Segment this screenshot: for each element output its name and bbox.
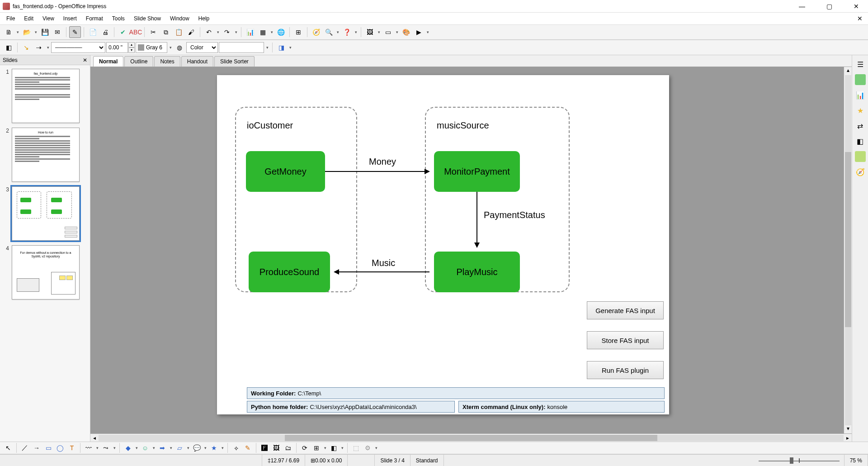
box-getmoney[interactable]: GetMoney xyxy=(246,151,325,192)
box-playmusic[interactable]: PlayMusic xyxy=(434,252,520,292)
area-color-select[interactable] xyxy=(219,42,264,53)
text-icon[interactable]: T xyxy=(66,442,77,453)
glue-icon[interactable]: ✎ xyxy=(242,442,253,453)
menu-slideshow[interactable]: Slide Show xyxy=(129,14,165,23)
master-pages-icon[interactable]: 📊 xyxy=(855,90,866,100)
email-icon[interactable]: ✉ xyxy=(52,26,63,38)
points-icon[interactable]: ⟡ xyxy=(231,442,241,453)
ellipse-icon[interactable]: ◯ xyxy=(55,442,66,453)
menu-format[interactable]: Format xyxy=(81,14,108,23)
tab-normal[interactable]: Normal xyxy=(93,56,123,67)
slide-transition-icon[interactable]: ⇄ xyxy=(855,120,866,131)
tab-notes[interactable]: Notes xyxy=(154,56,180,67)
area-icon[interactable]: ◍ xyxy=(174,42,185,53)
redo-icon[interactable]: ↷ xyxy=(221,26,233,38)
hyperlink-icon[interactable]: 🌐 xyxy=(275,26,287,38)
slide-thumb-1[interactable]: fas_frontend.odp xyxy=(12,69,80,123)
scroll-right-icon[interactable]: ▸ xyxy=(844,435,852,441)
redo-dropdown[interactable]: ▾ xyxy=(234,30,238,34)
status-zoom[interactable]: 75 % xyxy=(844,455,868,466)
select-icon[interactable]: ↖ xyxy=(3,442,14,453)
align-dropdown[interactable]: ▾ xyxy=(323,446,327,450)
arrange-dropdown[interactable]: ▾ xyxy=(340,446,344,450)
navigator-icon[interactable]: 🧭 xyxy=(310,26,322,38)
fontwork-icon[interactable]: 🅵 xyxy=(259,442,270,453)
menu-edit[interactable]: Edit xyxy=(19,14,38,23)
layouts-icon[interactable] xyxy=(855,151,866,162)
slide-icon[interactable]: 🖼 xyxy=(364,26,376,38)
edit-icon[interactable]: ✎ xyxy=(69,26,81,38)
align-icon[interactable]: ⊞ xyxy=(311,442,322,453)
curve-dropdown[interactable]: ▾ xyxy=(95,446,99,450)
rotate-icon[interactable]: ⟳ xyxy=(299,442,310,453)
spinner-down[interactable]: ▾ xyxy=(128,48,135,53)
slide-layout-dropdown[interactable]: ▾ xyxy=(395,30,399,34)
menu-view[interactable]: View xyxy=(38,14,59,23)
vertical-scrollbar[interactable]: ▴ ▾ xyxy=(844,67,852,433)
toolbar-overflow[interactable]: ▾ xyxy=(354,30,358,34)
slide-dropdown[interactable]: ▾ xyxy=(377,30,381,34)
lf-overflow[interactable]: ▾ xyxy=(288,45,292,50)
menu-insert[interactable]: Insert xyxy=(59,14,81,23)
chart-icon[interactable]: 📊 xyxy=(244,26,256,38)
menu-file[interactable]: File xyxy=(2,14,19,23)
xterm-field[interactable]: Xterm command (Linux only): konsole xyxy=(458,401,665,413)
undo-dropdown[interactable]: ▾ xyxy=(216,30,220,34)
block-arrows-dropdown[interactable]: ▾ xyxy=(169,446,173,450)
properties-icon[interactable]: ☰ xyxy=(855,59,866,70)
spinner-up[interactable]: ▴ xyxy=(128,42,135,48)
arrange-btn-icon[interactable]: ◧ xyxy=(328,442,339,453)
copy-icon[interactable]: ⧉ xyxy=(160,26,172,38)
gallery-icon[interactable] xyxy=(855,74,866,85)
block-arrows-icon[interactable]: ➡ xyxy=(157,442,168,453)
flowchart-icon[interactable]: ▱ xyxy=(174,442,185,453)
tab-outline[interactable]: Outline xyxy=(124,56,153,67)
slides-panel-close-icon[interactable]: ✕ xyxy=(83,57,87,63)
stars-dropdown[interactable]: ▾ xyxy=(220,446,225,450)
grid-icon[interactable]: ⊞ xyxy=(292,26,304,38)
menu-tools[interactable]: Tools xyxy=(108,14,129,23)
basic-shapes-icon[interactable]: ◆ xyxy=(123,442,133,453)
line-icon[interactable]: ／ xyxy=(19,442,30,453)
slide-thumb-3[interactable] xyxy=(12,186,80,241)
line-color-dropdown[interactable]: ▾ xyxy=(168,45,173,50)
gallery-btn-icon[interactable]: 🗂 xyxy=(283,442,293,453)
horizontal-scrollbar[interactable]: ◂ ▸ xyxy=(90,433,852,442)
arrow-paymentstatus[interactable] xyxy=(476,192,477,247)
basic-shapes-dropdown[interactable]: ▾ xyxy=(134,446,139,450)
symbol-shapes-icon[interactable]: ☺ xyxy=(140,442,151,453)
table-icon[interactable]: ▦ xyxy=(257,26,269,38)
box-producesound[interactable]: ProduceSound xyxy=(249,252,330,292)
arrow-style-dropdown[interactable]: ▾ xyxy=(46,45,50,50)
minimize-button[interactable]: — xyxy=(793,3,811,10)
cut-icon[interactable]: ✂ xyxy=(147,26,159,38)
flowchart-dropdown[interactable]: ▾ xyxy=(186,446,190,450)
styles-icon[interactable]: ◧ xyxy=(855,136,866,147)
callouts-icon[interactable]: 💬 xyxy=(191,442,202,453)
drawing-overflow[interactable]: ▾ xyxy=(374,446,378,450)
close-button[interactable]: ✕ xyxy=(847,3,865,10)
tab-slidesorter[interactable]: Slide Sorter xyxy=(214,56,255,67)
zoom-slider[interactable] xyxy=(754,455,844,466)
arrow-music[interactable] xyxy=(335,271,429,272)
shadow-icon[interactable]: ◨ xyxy=(275,42,287,53)
slide-layout-icon[interactable]: ▭ xyxy=(382,26,394,38)
stars-icon[interactable]: ★ xyxy=(208,442,219,453)
print-icon[interactable]: 🖨 xyxy=(99,26,111,38)
slide-thumb-4[interactable]: For demos without a connection to a SysM… xyxy=(12,245,80,300)
extrusion-icon[interactable]: ⬚ xyxy=(350,442,361,453)
maximize-button[interactable]: ▢ xyxy=(820,3,838,10)
line-arrow-icon[interactable]: → xyxy=(31,442,42,453)
rectangle-icon[interactable]: ▭ xyxy=(43,442,54,453)
symbol-shapes-dropdown[interactable]: ▾ xyxy=(151,446,156,450)
navigator-pane-icon[interactable]: 🧭 xyxy=(855,166,866,177)
open-icon[interactable]: 📂 xyxy=(21,26,33,38)
presentation-overflow[interactable]: ▾ xyxy=(425,30,430,34)
line-style-select[interactable]: ─────── xyxy=(51,42,105,53)
help-icon[interactable]: ❓ xyxy=(341,26,353,38)
canvas[interactable]: ioCustomer musicSource GetMoney MonitorP… xyxy=(90,67,852,433)
slideshow-icon[interactable]: ▶ xyxy=(413,26,425,38)
line-color-select[interactable]: Gray 6 xyxy=(136,42,167,53)
autospell-icon[interactable]: ABC xyxy=(130,26,142,38)
paste-icon[interactable]: 📋 xyxy=(173,26,184,38)
